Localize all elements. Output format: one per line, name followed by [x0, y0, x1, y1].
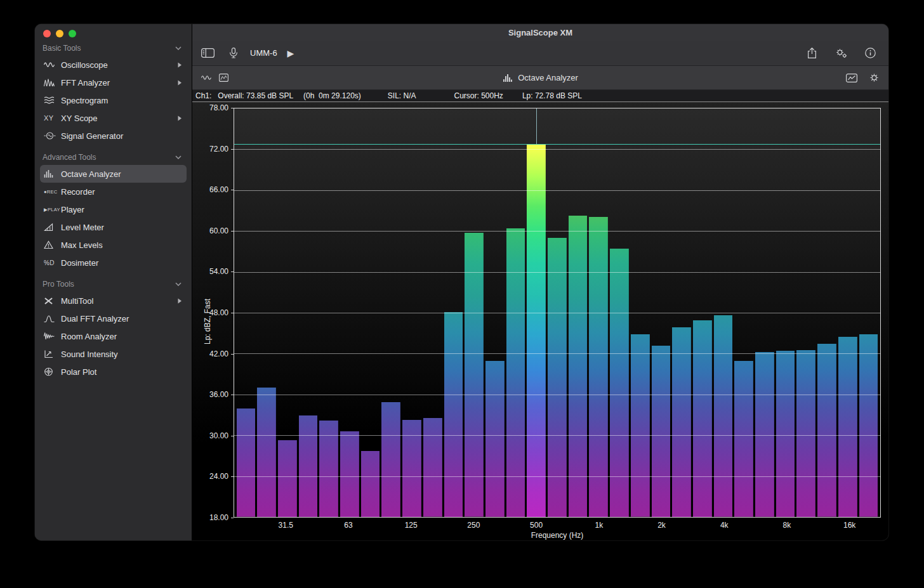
- octave-bar[interactable]: [548, 238, 567, 517]
- sidebar-section-advanced-tools[interactable]: Advanced Tools: [40, 150, 187, 165]
- sidebar-item-signal-generator[interactable]: Signal Generator: [40, 127, 187, 145]
- zoom-button[interactable]: [69, 30, 76, 37]
- share-icon: [807, 48, 817, 58]
- sidebar-item-player[interactable]: ▶PLAY Player: [40, 200, 187, 218]
- play-button[interactable]: ▶: [287, 49, 294, 58]
- octave-bar[interactable]: [734, 361, 753, 517]
- octave-bar[interactable]: [237, 408, 256, 517]
- sidebar-item-level-meter[interactable]: Level Meter: [40, 218, 187, 236]
- octave-bar[interactable]: [755, 352, 774, 517]
- main-area: SignalScope XM UMM-6 ▶: [192, 24, 888, 540]
- sidebar-item-max-levels[interactable]: Max Levels: [40, 236, 187, 254]
- tool-settings-button[interactable]: [869, 72, 880, 83]
- sidebar-section-pro-tools[interactable]: Pro Tools: [40, 277, 187, 292]
- octave-bars-icon: [503, 74, 513, 82]
- room-analyzer-icon: [44, 332, 61, 341]
- fft-analyzer-icon: [44, 78, 61, 87]
- octave-bar[interactable]: [652, 346, 671, 517]
- sidebar-item-oscilloscope[interactable]: Oscilloscope: [40, 56, 187, 74]
- x-tick-label: 250: [467, 521, 480, 530]
- octave-bar[interactable]: [672, 327, 691, 517]
- octave-bar[interactable]: [569, 216, 588, 517]
- y-tick-label: 54.00: [209, 267, 228, 276]
- sidebar-item-spectrogram[interactable]: Spectrogram: [40, 91, 187, 109]
- sidebar-item-label: Recorder: [61, 187, 184, 197]
- x-tick-label: 31.5: [279, 521, 293, 530]
- sidebar-item-label: Max Levels: [61, 240, 184, 250]
- waveform-tool-button[interactable]: [201, 74, 211, 82]
- sidebar-item-room-analyzer[interactable]: Room Analyzer: [40, 327, 187, 345]
- multitool-icon: [44, 297, 61, 305]
- device-name: UMM-6: [250, 48, 277, 58]
- octave-bar[interactable]: [465, 233, 484, 517]
- recorder-icon: ●REC: [44, 189, 61, 195]
- close-button[interactable]: [43, 30, 51, 37]
- overall-level: Overall: 73.85 dB SPL: [218, 91, 293, 100]
- cursor-hline: [234, 144, 880, 145]
- octave-bar[interactable]: [340, 431, 359, 517]
- sidebar-item-label: Spectrogram: [61, 96, 184, 105]
- x-tick-label: 4k: [720, 521, 729, 530]
- octave-bar[interactable]: [859, 334, 878, 517]
- octave-bar[interactable]: [299, 415, 318, 517]
- sidebar-item-dual-fft-analyzer[interactable]: Dual FFT Analyzer: [40, 310, 187, 327]
- submenu-arrow-icon: [178, 298, 182, 304]
- octave-bar[interactable]: [776, 351, 795, 517]
- app-window: Basic Tools Oscilloscope FFT Analyzer Sp…: [35, 24, 888, 540]
- octave-bar[interactable]: [527, 144, 546, 517]
- octave-bar[interactable]: [817, 344, 836, 517]
- octave-bar[interactable]: [631, 334, 650, 517]
- y-axis-labels: 78.0072.0066.0060.0054.0048.0042.0036.00…: [192, 108, 234, 518]
- octave-bar[interactable]: [796, 350, 815, 517]
- octave-bar[interactable]: [402, 420, 421, 517]
- octave-bar[interactable]: [444, 312, 463, 517]
- octave-bar[interactable]: [589, 217, 608, 517]
- section-label: Advanced Tools: [43, 153, 96, 162]
- y-tick-label: 72.00: [209, 145, 228, 154]
- sidebar-item-label: Oscilloscope: [61, 60, 178, 70]
- max-levels-icon: [44, 240, 61, 249]
- sidebar-item-xy-scope[interactable]: XY XY Scope: [40, 109, 187, 127]
- octave-bar[interactable]: [257, 388, 276, 517]
- octave-plot[interactable]: [234, 108, 881, 518]
- share-button[interactable]: [807, 48, 817, 58]
- minimize-button[interactable]: [56, 30, 63, 37]
- octave-bar[interactable]: [278, 440, 297, 517]
- x-axis-title: Frequency (Hz): [234, 531, 881, 540]
- octave-bar[interactable]: [693, 320, 712, 517]
- octave-bar[interactable]: [714, 315, 733, 517]
- octave-bar[interactable]: [838, 337, 857, 517]
- chevron-down-icon: [175, 282, 182, 286]
- toggle-sidebar-button[interactable]: [201, 48, 214, 58]
- x-tick-label: 8k: [783, 521, 791, 530]
- gears-icon: [835, 48, 847, 58]
- sidebar-item-dosimeter[interactable]: %D Dosimeter: [40, 254, 187, 271]
- y-tick-label: 36.00: [209, 390, 228, 399]
- main-toolbar: UMM-6 ▶: [192, 41, 888, 66]
- sidebar-item-label: MultiTool: [61, 296, 178, 306]
- info-button[interactable]: [865, 48, 876, 58]
- cursor-level: Lp: 72.78 dB SPL: [522, 91, 582, 100]
- sidebar-item-sound-intensity[interactable]: Sound Intensity: [40, 345, 187, 363]
- octave-bar[interactable]: [381, 402, 400, 517]
- sidebar-item-polar-plot[interactable]: Polar Plot: [40, 363, 187, 381]
- spectrum-view-button[interactable]: [219, 74, 228, 82]
- input-device-button[interactable]: [230, 48, 237, 58]
- chart-options-icon: [846, 74, 857, 82]
- sidebar-item-multitool[interactable]: MultiTool: [40, 292, 187, 310]
- settings-button[interactable]: [835, 48, 847, 58]
- dual-fft-icon: [44, 314, 61, 323]
- polar-plot-icon: [44, 367, 61, 376]
- sidebar-item-recorder[interactable]: ●REC Recorder: [40, 183, 187, 200]
- sidebar-item-octave-analyzer[interactable]: Octave Analyzer: [40, 165, 187, 183]
- octave-bar[interactable]: [485, 361, 505, 517]
- x-tick-label: 1k: [595, 521, 603, 530]
- octave-bar[interactable]: [423, 418, 442, 517]
- sidebar-section-basic-tools[interactable]: Basic Tools: [40, 41, 187, 56]
- chart-options-button[interactable]: [846, 74, 857, 82]
- sidebar-item-fft-analyzer[interactable]: FFT Analyzer: [40, 74, 187, 91]
- tool-title-group: Octave Analyzer: [192, 66, 888, 89]
- octave-bar[interactable]: [361, 451, 380, 517]
- x-tick-label: 2k: [657, 521, 666, 530]
- y-tick-label: 18.00: [209, 513, 228, 522]
